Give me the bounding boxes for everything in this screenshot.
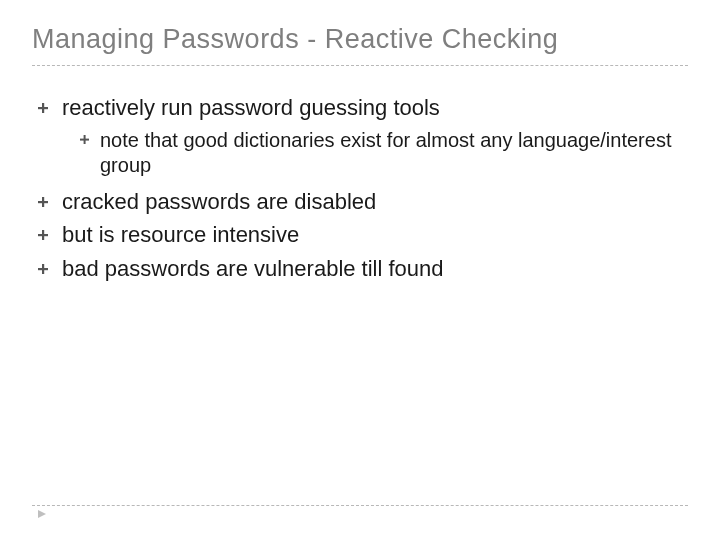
- slide-title: Managing Passwords - Reactive Checking: [32, 24, 688, 61]
- list-item: bad passwords are vulnerable till found: [36, 255, 688, 283]
- bullet-icon: [36, 259, 50, 279]
- list-item-text: but is resource intensive: [62, 221, 299, 249]
- bullet-icon: [36, 225, 50, 245]
- svg-rect-9: [42, 264, 44, 274]
- svg-rect-5: [42, 197, 44, 207]
- divider-bottom: [32, 505, 688, 506]
- svg-rect-1: [42, 103, 44, 113]
- sub-list: note that good dictionaries exist for al…: [36, 128, 688, 178]
- list-item: reactively run password guessing tools: [36, 94, 688, 122]
- list-item-text: note that good dictionaries exist for al…: [100, 128, 688, 178]
- list-item: cracked passwords are disabled: [36, 188, 688, 216]
- list-item: but is resource intensive: [36, 221, 688, 249]
- bullet-icon: [36, 98, 50, 118]
- list-item-text: bad passwords are vulnerable till found: [62, 255, 444, 283]
- bullet-icon: [78, 132, 90, 148]
- svg-marker-10: [38, 510, 46, 518]
- list-item: note that good dictionaries exist for al…: [78, 128, 688, 178]
- content-area: reactively run password guessing tools n…: [32, 94, 688, 282]
- footer-marker-icon: [36, 506, 48, 524]
- divider-top: [32, 65, 688, 66]
- svg-rect-3: [83, 135, 85, 144]
- bullet-icon: [36, 192, 50, 212]
- list-item-text: reactively run password guessing tools: [62, 94, 440, 122]
- list-item-text: cracked passwords are disabled: [62, 188, 376, 216]
- svg-rect-7: [42, 230, 44, 240]
